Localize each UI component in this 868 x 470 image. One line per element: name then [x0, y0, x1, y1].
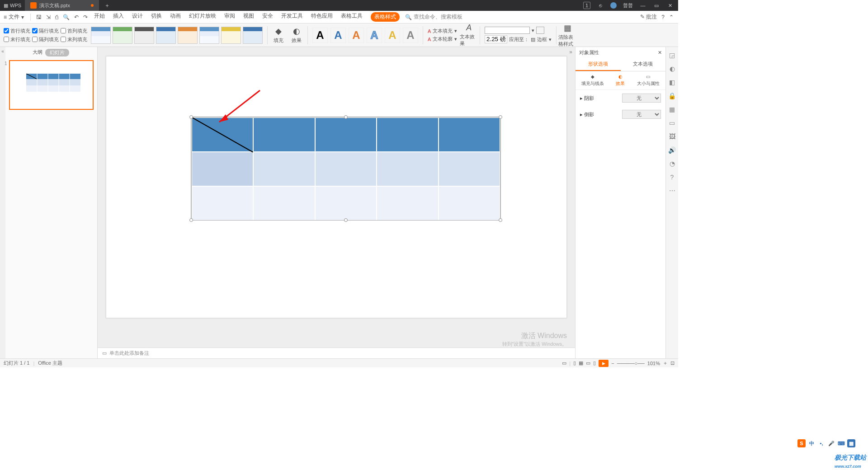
- check-banded-col[interactable]: 隔列填充: [32, 36, 59, 43]
- handle-br[interactable]: [499, 218, 502, 222]
- slide-thumbnail-1[interactable]: 1: [9, 60, 94, 110]
- sorter-view-icon[interactable]: ▦: [579, 360, 583, 366]
- tab-insert[interactable]: 插入: [113, 12, 124, 22]
- redo-icon[interactable]: ↷: [83, 14, 88, 20]
- tab-transition[interactable]: 切换: [151, 12, 162, 22]
- slide[interactable]: [106, 56, 567, 318]
- fit-icon[interactable]: ⊡: [670, 360, 675, 366]
- left-collapse[interactable]: «: [0, 47, 5, 358]
- badge-icon[interactable]: 1: [583, 2, 590, 9]
- save-icon[interactable]: 🖫: [36, 14, 42, 20]
- handle-tr[interactable]: [499, 115, 502, 119]
- text-options-tab[interactable]: 文本选项: [621, 58, 666, 71]
- check-banded-row[interactable]: 隔行填充: [32, 28, 59, 34]
- check-first-col[interactable]: 首列填充: [61, 28, 87, 34]
- tool-4-icon[interactable]: 🔒: [668, 92, 676, 99]
- tool-7-icon[interactable]: 🖼: [669, 133, 675, 140]
- wordart-gallery[interactable]: A A A A A A: [310, 28, 421, 43]
- zoom-in[interactable]: ＋: [663, 360, 668, 367]
- handle-bl[interactable]: [189, 218, 193, 222]
- table-styles-gallery[interactable]: [88, 27, 265, 44]
- wordart-1[interactable]: A: [312, 28, 328, 43]
- shape-options-tab[interactable]: 形状选项: [576, 58, 621, 71]
- slideshow-view-icon[interactable]: ▯: [593, 360, 596, 366]
- text-fill-button[interactable]: A 文本填充 ▾: [428, 28, 457, 34]
- handle-tl[interactable]: [189, 115, 193, 119]
- tab-animation[interactable]: 动画: [170, 12, 181, 22]
- fill-button[interactable]: ◆填充: [269, 26, 288, 44]
- tool-5-icon[interactable]: ▦: [669, 106, 675, 113]
- notes-view-icon[interactable]: ▭: [562, 360, 566, 366]
- handle-tc[interactable]: [344, 115, 348, 119]
- draw-table-icon[interactable]: ▨: [531, 37, 535, 42]
- handle-bc[interactable]: [344, 218, 348, 222]
- panel-close-icon[interactable]: ✕: [658, 50, 662, 56]
- sync-icon[interactable]: ⎋: [597, 2, 604, 9]
- border-button[interactable]: 边框: [537, 36, 547, 43]
- tool-9-icon[interactable]: ◔: [670, 160, 675, 167]
- tool-2-icon[interactable]: ◐: [670, 65, 675, 72]
- tab-design[interactable]: 设计: [132, 12, 143, 22]
- wordart-5[interactable]: A: [385, 28, 400, 43]
- tab-devtools[interactable]: 开发工具: [281, 12, 303, 22]
- slides-tab[interactable]: 幻灯片: [45, 49, 69, 56]
- preview-icon[interactable]: 🔍: [63, 14, 70, 20]
- sub-fill[interactable]: ◆填充与线条: [581, 74, 604, 87]
- undo-icon[interactable]: ↶: [74, 14, 79, 20]
- zoom-out[interactable]: −: [611, 361, 614, 366]
- table-object[interactable]: [191, 117, 500, 220]
- tab-security[interactable]: 安全: [262, 12, 273, 22]
- tab-tablestyle[interactable]: 表格样式: [371, 12, 400, 22]
- tool-more-icon[interactable]: ⋯: [669, 187, 675, 194]
- text-effect-button[interactable]: A文本效果: [460, 23, 478, 47]
- table-style-8[interactable]: [243, 27, 263, 44]
- text-outline-button[interactable]: A 文本轮廓 ▾: [428, 36, 457, 42]
- tool-3-icon[interactable]: ◧: [669, 79, 675, 86]
- canvas-collapse-icon[interactable]: »: [569, 49, 572, 55]
- tab-view[interactable]: 视图: [243, 12, 254, 22]
- annotate-button[interactable]: ✎ 批注: [640, 13, 657, 21]
- sub-effect[interactable]: ◐效果: [616, 74, 625, 87]
- table-style-4[interactable]: [156, 27, 176, 44]
- zoom-value[interactable]: 101%: [647, 361, 660, 366]
- tool-10-icon[interactable]: ?: [670, 174, 674, 181]
- wordart-6[interactable]: A: [403, 28, 418, 43]
- clear-table-style-button[interactable]: ▦清除表格样式: [558, 23, 576, 47]
- file-menu[interactable]: ≡ 文件 ▾: [0, 13, 28, 21]
- reflect-select[interactable]: 无: [622, 110, 661, 119]
- document-tab[interactable]: 演示文稿.pptx: [25, 0, 99, 11]
- tool-8-icon[interactable]: 🔊: [668, 146, 676, 154]
- tool-1-icon[interactable]: ◲: [669, 52, 675, 59]
- search-box[interactable]: 🔍 查找命令、搜索模板: [405, 13, 462, 21]
- check-first-row[interactable]: 首行填充: [4, 28, 30, 34]
- outline-tab[interactable]: 大纲: [33, 49, 42, 56]
- pen-color-icon[interactable]: [536, 27, 544, 34]
- tab-tabletools[interactable]: 表格工具: [341, 12, 363, 22]
- effect-button[interactable]: ◐效果: [288, 26, 306, 44]
- table-style-3[interactable]: [134, 27, 154, 44]
- user-avatar-icon[interactable]: [610, 2, 617, 9]
- tab-slideshow[interactable]: 幻灯片放映: [189, 12, 216, 22]
- new-tab-button[interactable]: ＋: [99, 2, 115, 9]
- table-style-5[interactable]: [178, 27, 198, 44]
- check-last-row[interactable]: 末行填充: [4, 36, 30, 43]
- pen-style-select[interactable]: [485, 27, 530, 34]
- table-style-7[interactable]: [221, 27, 241, 44]
- collapse-icon[interactable]: ⌃: [669, 14, 674, 20]
- table-style-1[interactable]: [91, 27, 111, 44]
- tab-special[interactable]: 特色应用: [311, 12, 333, 22]
- wordart-4[interactable]: A: [367, 28, 382, 43]
- notes-bar[interactable]: ▭ 单击此处添加备注: [98, 348, 575, 358]
- help-icon[interactable]: ?: [661, 14, 665, 20]
- table-style-2[interactable]: [113, 27, 132, 44]
- play-button[interactable]: ▶: [599, 360, 609, 367]
- tab-start[interactable]: 开始: [94, 12, 105, 22]
- normal-view-icon[interactable]: ▯: [573, 360, 576, 366]
- wordart-2[interactable]: A: [330, 28, 346, 43]
- export-icon[interactable]: ⇲: [46, 14, 51, 20]
- maximize-icon[interactable]: ▭: [653, 2, 660, 9]
- minimize-icon[interactable]: —: [639, 2, 646, 9]
- wordart-3[interactable]: A: [349, 28, 364, 43]
- tool-6-icon[interactable]: ▭: [669, 119, 675, 127]
- sub-size[interactable]: ▭大小与属性: [637, 74, 660, 87]
